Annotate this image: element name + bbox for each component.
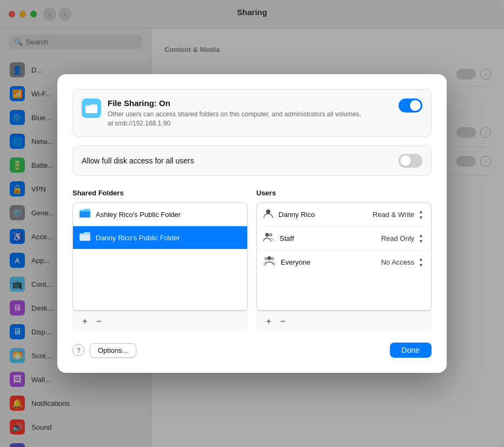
- folder-icon-ashley: [79, 208, 90, 220]
- folder-item-danny[interactable]: Danny Rico's Public Folder: [73, 226, 247, 249]
- stepper-up-danny[interactable]: ▲: [417, 209, 425, 215]
- svg-point-8: [268, 257, 271, 260]
- stepper-down-everyone[interactable]: ▼: [417, 262, 425, 268]
- stepper-up-staff[interactable]: ▲: [417, 233, 425, 239]
- options-button[interactable]: Options...: [90, 343, 136, 358]
- stepper-down-danny[interactable]: ▼: [417, 215, 425, 221]
- stepper-up-everyone[interactable]: ▲: [417, 257, 425, 262]
- two-col-layout: Shared Folders Ashley Rico's Public Fold…: [72, 189, 432, 332]
- svg-rect-2: [79, 212, 90, 218]
- shared-folders-header: Shared Folders: [72, 189, 248, 197]
- file-sharing-title: File Sharing: On: [108, 98, 367, 108]
- disk-access-row: Allow full disk access for all users: [72, 146, 432, 176]
- modal-overlay: File Sharing: On Other users can access …: [0, 0, 504, 447]
- user-name-staff: Staff: [280, 234, 381, 242]
- file-sharing-text: File Sharing: On Other users can access …: [108, 98, 367, 128]
- users-list: Danny Rico Read & Write ▲ ▼: [256, 202, 432, 311]
- stepper-down-staff[interactable]: ▼: [417, 239, 425, 245]
- remove-folder-button[interactable]: −: [93, 315, 105, 327]
- stepper-danny[interactable]: ▲ ▼: [417, 209, 425, 221]
- modal-bottom-bar: ? Options... Done: [72, 343, 432, 358]
- file-sharing-left: File Sharing: On Other users can access …: [82, 98, 367, 128]
- users-header: Users: [256, 189, 432, 197]
- user-permission-staff: Read Only: [381, 234, 414, 242]
- user-name-everyone: Everyone: [281, 258, 381, 266]
- user-item-everyone[interactable]: Everyone No Access ▲ ▼: [257, 251, 431, 274]
- folder-item-ashley-label: Ashley Rico's Public Folder: [96, 211, 181, 219]
- svg-point-5: [266, 233, 269, 237]
- svg-point-6: [269, 233, 273, 236]
- done-button[interactable]: Done: [390, 343, 432, 358]
- stepper-staff[interactable]: ▲ ▼: [417, 233, 425, 245]
- folder-list-bottom: + −: [72, 311, 248, 332]
- sharing-modal: File Sharing: On Other users can access …: [57, 74, 447, 373]
- file-sharing-toggle[interactable]: [399, 98, 422, 113]
- stepper-everyone[interactable]: ▲ ▼: [417, 257, 425, 268]
- user-icon-danny: [263, 208, 273, 221]
- svg-rect-3: [79, 235, 90, 241]
- file-sharing-header: File Sharing: On Other users can access …: [72, 89, 432, 137]
- folder-item-ashley[interactable]: Ashley Rico's Public Folder: [73, 203, 247, 226]
- folder-list: Ashley Rico's Public Folder Danny Rico's…: [72, 202, 248, 311]
- bottom-left-buttons: ? Options...: [72, 343, 136, 358]
- user-permission-danny: Read & Write: [373, 211, 414, 219]
- add-user-button[interactable]: +: [263, 315, 275, 327]
- add-folder-button[interactable]: +: [79, 315, 91, 327]
- users-list-bottom: + −: [256, 311, 432, 332]
- folder-item-danny-label: Danny Rico's Public Folder: [96, 234, 180, 242]
- disk-access-toggle[interactable]: [399, 154, 422, 168]
- user-icon-staff: [263, 232, 274, 245]
- file-sharing-desc: Other users can access shared folders on…: [108, 110, 367, 128]
- remove-user-button[interactable]: −: [277, 315, 289, 327]
- user-permission-everyone: No Access: [381, 258, 414, 266]
- users-col: Users Danny Rico Read & Write: [256, 189, 432, 332]
- svg-point-7: [264, 257, 268, 260]
- shared-folders-col: Shared Folders Ashley Rico's Public Fold…: [72, 189, 248, 332]
- help-button[interactable]: ?: [72, 344, 84, 356]
- file-sharing-icon: [82, 98, 101, 118]
- disk-access-label: Allow full disk access for all users: [82, 156, 194, 165]
- svg-point-9: [271, 257, 274, 260]
- user-name-danny: Danny Rico: [278, 211, 373, 219]
- user-item-danny[interactable]: Danny Rico Read & Write ▲ ▼: [257, 203, 431, 227]
- folder-icon-danny: [79, 232, 90, 244]
- user-item-staff[interactable]: Staff Read Only ▲ ▼: [257, 227, 431, 251]
- svg-point-4: [266, 209, 270, 214]
- user-icon-everyone: [263, 256, 275, 268]
